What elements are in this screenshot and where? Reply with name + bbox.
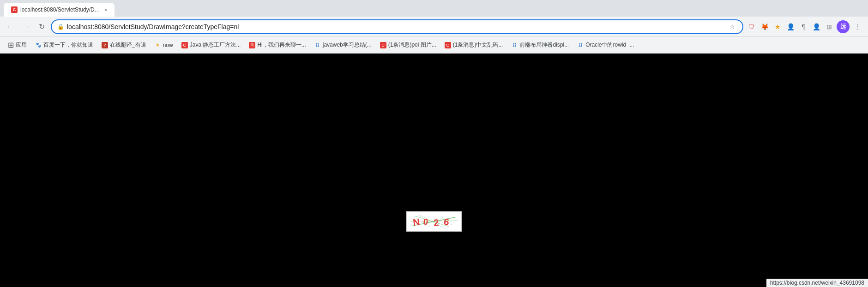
bookmark-java-factory[interactable]: C Java 静态工厂方法... [178, 39, 245, 51]
bookmark-poi-img[interactable]: C (1条消息)poi 图片... [376, 39, 440, 51]
bookmark-oracle-label: Oracle中的rowid -... [585, 41, 634, 49]
status-bar: https://blog.csdn.net/weixin_43691098 [766, 279, 868, 287]
apps-icon: ⊞ [7, 42, 14, 48]
bookmark-poi-img-label: (1条消息)poi 图片... [388, 41, 436, 49]
bookmark-encoding-label: (1条消息)中文乱码... [453, 41, 503, 49]
extension-icon-3[interactable]: ★ [772, 21, 783, 32]
captcha-svg: N 0 2 6 [410, 213, 458, 230]
youdao-icon: Y [102, 42, 108, 48]
svg-point-11 [442, 217, 443, 218]
bookmark-layout[interactable]: Ω 前端布局神器displ... [507, 39, 573, 51]
extensions-puzzle-icon[interactable]: ⊞ [824, 21, 835, 32]
bookmark-youdao[interactable]: Y 在线翻译_有道 [98, 39, 150, 51]
address-bar[interactable]: 🔒 ☆ [51, 19, 743, 34]
extension-icon-1[interactable]: 🛡 [746, 21, 757, 32]
hi-chat-icon: 简 [249, 42, 255, 48]
extension-icon-2[interactable]: 🦊 [759, 21, 770, 32]
now-icon: ★ [155, 42, 161, 48]
tab-close-button[interactable]: × [104, 7, 107, 12]
bookmark-star-icon[interactable]: ☆ [728, 22, 737, 31]
baidu-icon: 🐾 [35, 42, 42, 48]
svg-point-12 [451, 224, 452, 225]
java-factory-icon: C [181, 42, 188, 48]
bookmark-javaweb-label: javaweb学习总结(... [323, 41, 372, 49]
javaweb-icon: Ω [314, 42, 321, 48]
svg-text:0: 0 [423, 217, 428, 227]
svg-point-10 [429, 227, 430, 227]
security-icon: 🔒 [57, 24, 64, 30]
reload-button[interactable]: ↻ [35, 20, 48, 33]
url-input[interactable] [67, 23, 725, 30]
extension-icon-4[interactable]: 👤 [785, 21, 796, 32]
svg-point-9 [416, 218, 417, 219]
tab-bar: C localhost:8080/ServletStudy/Drawl... × [0, 0, 868, 17]
bookmark-now[interactable]: ★ now [151, 40, 177, 50]
profile-avatar[interactable]: 远 [837, 20, 850, 33]
extension-icon-6[interactable]: 👤 [811, 21, 822, 32]
tab-title: localhost:8080/ServletStudy/Drawl... [20, 6, 102, 13]
bookmark-hi-chat-label: Hi，我们再来聊一... [257, 41, 306, 49]
svg-text:2: 2 [433, 217, 439, 228]
bookmarks-bar: ⊞ 应用 🐾 百度一下，你就知道 Y 在线翻译_有道 ★ now C Java … [0, 37, 868, 54]
menu-button[interactable]: ⋮ [851, 20, 864, 33]
bookmark-layout-label: 前端布局神器displ... [519, 41, 569, 49]
bookmark-hi-chat[interactable]: 简 Hi，我们再来聊一... [245, 39, 309, 51]
status-url: https://blog.csdn.net/weixin_43691098 [770, 280, 864, 286]
active-tab[interactable]: C localhost:8080/ServletStudy/Drawl... × [4, 3, 115, 17]
browser-frame: C localhost:8080/ServletStudy/Drawl... ×… [0, 0, 868, 287]
oracle-icon: Ω [577, 42, 584, 48]
poi-img-icon: C [380, 42, 386, 48]
svg-text:N: N [412, 217, 421, 228]
nav-right-controls: 🛡 🦊 ★ 👤 ¶ 👤 ⊞ 远 ⋮ [746, 20, 864, 33]
nav-bar: ← → ↻ 🔒 ☆ 🛡 🦊 ★ 👤 ¶ 👤 ⊞ 远 ⋮ [0, 17, 868, 37]
tab-favicon: C [11, 6, 18, 13]
bookmark-oracle[interactable]: Ω Oracle中的rowid -... [573, 39, 638, 51]
bookmark-apps[interactable]: ⊞ 应用 [4, 39, 30, 51]
back-button[interactable]: ← [4, 20, 17, 33]
bookmark-java-factory-label: Java 静态工厂方法... [190, 41, 241, 49]
bookmark-youdao-label: 在线翻译_有道 [110, 41, 146, 49]
bookmark-javaweb[interactable]: Ω javaweb学习总结(... [311, 39, 375, 51]
page-content: N 0 2 6 [0, 54, 868, 287]
address-bar-icons: ☆ [728, 22, 737, 31]
forward-button[interactable]: → [19, 20, 32, 33]
bookmark-baidu[interactable]: 🐾 百度一下，你就知道 [31, 39, 97, 51]
extension-icon-5[interactable]: ¶ [798, 21, 809, 32]
layout-icon: Ω [511, 42, 518, 48]
captcha-image: N 0 2 6 [406, 211, 462, 232]
bookmark-apps-label: 应用 [16, 41, 27, 49]
bookmark-encoding[interactable]: C (1条消息)中文乱码... [441, 39, 507, 51]
bookmark-now-label: now [163, 42, 173, 48]
encoding-icon: C [445, 42, 451, 48]
bookmark-baidu-label: 百度一下，你就知道 [43, 41, 93, 49]
